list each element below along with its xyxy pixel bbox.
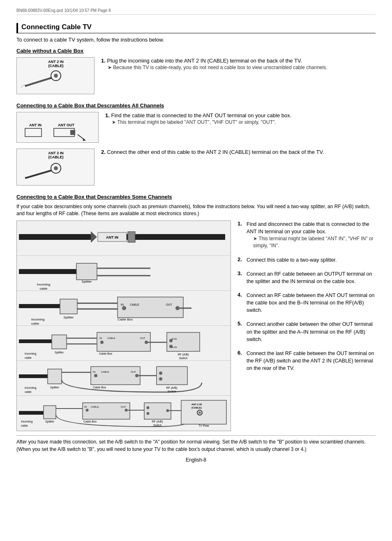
step-1: 1. Find and disconnect the cable that is… [238, 221, 376, 250]
section2-step2-row: ANT 2 IN (CABLE) 2. Connect the other en… [16, 149, 376, 186]
svg-rect-17 [19, 234, 93, 240]
svg-text:Splitter: Splitter [64, 316, 74, 319]
diag-cell-6: Splitter Cable Box IN CABLE OUT [17, 396, 231, 431]
svg-text:ANT OUT: ANT OUT [58, 123, 74, 127]
svg-line-16 [25, 170, 52, 178]
svg-text:ANT IN: ANT IN [106, 235, 118, 239]
svg-text:CABLE: CABLE [107, 337, 115, 339]
diag5-svg: Splitter Cable Box IN CABLE OUT [19, 361, 228, 395]
svg-text:Cable Box: Cable Box [93, 386, 106, 389]
diag-cell-5: Splitter Cable Box IN CABLE OUT [17, 361, 231, 396]
svg-text:OUT: OUT [131, 371, 136, 373]
svg-point-3 [54, 74, 58, 78]
diagrams-stack: ANT IN Splitter [16, 221, 231, 431]
svg-rect-86 [19, 411, 44, 415]
svg-rect-35 [118, 297, 183, 318]
svg-rect-24 [76, 263, 97, 280]
svg-text:Incoming: Incoming [31, 318, 44, 321]
diag-cell-3: Splitter Cable Box IN CABLE OUT [17, 291, 231, 326]
svg-rect-79 [157, 367, 187, 385]
svg-text:IN: IN [93, 371, 95, 373]
svg-rect-22 [128, 232, 135, 242]
header-text: BN68-00883V-00Eng.qxd 10/1/04 10:57 PM P… [16, 8, 111, 13]
svg-text:OUT: OUT [166, 303, 173, 306]
svg-text:ANT 2 IN: ANT 2 IN [48, 151, 64, 155]
step-5: 5. Connect another cable between the oth… [238, 320, 376, 343]
svg-text:Incoming: Incoming [21, 420, 33, 423]
svg-text:Cable Box: Cable Box [83, 420, 97, 423]
svg-point-95 [86, 409, 89, 411]
svg-text:IN: IN [99, 337, 102, 339]
svg-text:(CABLE): (CABLE) [191, 406, 202, 409]
svg-point-40 [122, 306, 126, 310]
svg-rect-68 [48, 369, 62, 384]
svg-text:Cable Box: Cable Box [99, 352, 113, 355]
svg-text:ANT IN: ANT IN [29, 123, 42, 127]
svg-text:TV Rear: TV Rear [198, 424, 210, 427]
diag-cell-4: Splitter Cable Box IN CABLE OUT [17, 326, 231, 361]
svg-text:IN: IN [121, 303, 124, 306]
main-section-title: Connecting Cable TV [16, 23, 376, 33]
section3-steps: 1. Find and disconnect the cable that is… [238, 221, 376, 372]
step-6: 6. Connect the last RF cable between the… [238, 350, 376, 372]
svg-text:Splitter: Splitter [55, 351, 64, 354]
section2-svg1: ANT IN ANT OUT [17, 112, 98, 143]
svg-text:(CABLE): (CABLE) [48, 155, 64, 159]
svg-text:RF (A/B): RF (A/B) [178, 353, 189, 356]
section1-instructions: 1. Plug the incoming cable into the ANT … [101, 57, 376, 74]
diag2-svg: Splitter Incoming cable [19, 256, 228, 290]
svg-text:Incoming: Incoming [37, 283, 50, 286]
svg-text:ANT 2 IN: ANT 2 IN [48, 60, 64, 64]
diag1-svg: ANT IN [19, 221, 228, 255]
svg-point-102 [147, 412, 150, 415]
svg-text:OUT: OUT [121, 406, 126, 408]
step-4: 4. Connect an RF cable between the ANT O… [238, 292, 376, 314]
step-3: 3. Connect an RF cable between an OUTPUT… [238, 270, 376, 285]
section1-title: Cable without a Cable Box [16, 48, 376, 54]
diag4-svg: Splitter Cable Box IN CABLE OUT [19, 326, 228, 360]
svg-point-83 [159, 377, 162, 381]
svg-rect-105 [181, 400, 226, 424]
svg-rect-67 [19, 374, 48, 378]
svg-text:ANT 2 IN: ANT 2 IN [191, 403, 202, 406]
svg-point-76 [94, 374, 97, 377]
svg-text:CABLE: CABLE [91, 406, 99, 408]
section2-title: Connecting to a Cable Box that Descrambl… [16, 102, 376, 109]
svg-text:B-IN: B-IN [172, 338, 177, 340]
svg-rect-90 [83, 403, 130, 419]
svg-text:Splitter: Splitter [45, 420, 54, 423]
svg-text:Switch: Switch [153, 424, 162, 427]
section2-step2: 2. Connect the other end of this cable t… [101, 149, 376, 156]
page-number: English-8 [16, 457, 376, 463]
svg-text:RF (A/B): RF (A/B) [152, 420, 163, 423]
svg-point-82 [159, 372, 162, 375]
svg-marker-18 [91, 231, 97, 243]
svg-text:OUT: OUT [140, 337, 145, 339]
diag-cell-1: ANT IN [17, 221, 231, 256]
svg-rect-45 [19, 339, 52, 343]
page-header: BN68-00883V-00Eng.qxd 10/1/04 10:57 PM P… [16, 8, 376, 15]
section1-diagram: ANT 2 IN (CABLE) [16, 57, 95, 94]
section3-intro: If your cable box descrambles only some … [16, 203, 376, 217]
section1-svg: ANT 2 IN (CABLE) [17, 57, 94, 94]
footer-text: After you have made this connection, set… [16, 435, 376, 453]
svg-rect-71 [91, 367, 140, 385]
svg-text:Incoming: Incoming [25, 386, 37, 390]
section3: Connecting to a Cable Box that Descrambl… [16, 194, 376, 431]
svg-point-110 [198, 411, 201, 414]
section2-svg2: ANT 2 IN (CABLE) [17, 149, 94, 186]
svg-text:Splitter: Splitter [50, 386, 59, 389]
section2-step1-sub: This terminal might be labeled "ANT OUT"… [112, 119, 376, 125]
svg-rect-46 [52, 335, 67, 349]
svg-rect-7 [25, 128, 42, 137]
svg-point-101 [147, 406, 150, 409]
svg-text:cable: cable [25, 356, 32, 359]
svg-rect-31 [60, 299, 77, 314]
svg-text:cable: cable [21, 424, 28, 427]
step-2: 2. Connect this cable to a two-way split… [238, 256, 376, 264]
svg-text:Switch: Switch [179, 357, 188, 360]
section1: Cable without a Cable Box ANT 2 IN (CABL… [16, 48, 376, 94]
section2-step1-instructions: 1. Find the cable that is connected to t… [105, 112, 376, 128]
svg-point-96 [125, 409, 128, 411]
section2-diagram2: ANT 2 IN (CABLE) [16, 149, 95, 186]
